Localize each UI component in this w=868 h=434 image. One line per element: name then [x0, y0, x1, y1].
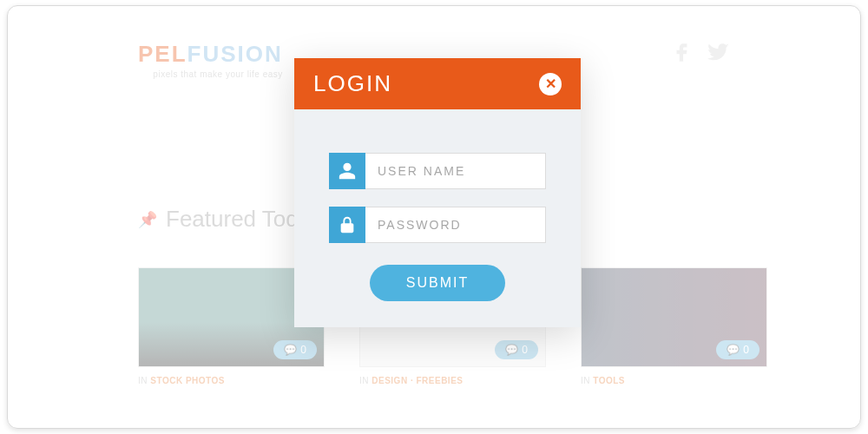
comment-badge: 💬 0 — [716, 340, 760, 359]
card-thumbnail: 💬 0 — [581, 267, 767, 367]
password-input[interactable] — [365, 207, 546, 243]
comment-badge: 💬 0 — [495, 340, 538, 359]
submit-button[interactable]: SUBMIT — [370, 265, 505, 301]
comment-badge: 💬 0 — [273, 340, 317, 359]
logo-tagline: pixels that make your life easy — [138, 69, 283, 79]
card-meta: IN STOCK PHOTOS — [138, 376, 325, 385]
username-input[interactable] — [365, 153, 546, 189]
logo-text: PELFUSION — [138, 41, 283, 68]
password-field-row — [329, 207, 546, 243]
modal-header: LOGIN ✕ — [294, 58, 581, 109]
username-field-row — [329, 153, 546, 189]
card-meta: IN DESIGN · FREEBIES — [359, 376, 546, 385]
login-modal: LOGIN ✕ SUBMIT — [294, 58, 581, 327]
site-logo: PELFUSION pixels that make your life eas… — [138, 41, 283, 79]
card-meta: IN TOOLS — [581, 376, 767, 385]
pin-icon: 📌 — [138, 210, 157, 229]
featured-card[interactable]: 💬 0 IN TOOLS — [581, 267, 767, 385]
user-icon — [329, 153, 365, 189]
facebook-icon[interactable] — [671, 41, 694, 67]
lock-icon — [329, 207, 365, 243]
social-links — [671, 41, 730, 67]
twitter-icon[interactable] — [707, 41, 730, 67]
modal-title: LOGIN — [313, 70, 392, 97]
close-icon[interactable]: ✕ — [539, 73, 562, 95]
